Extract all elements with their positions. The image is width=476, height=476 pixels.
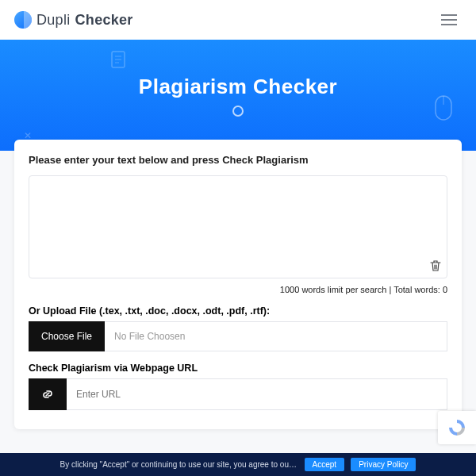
cookie-text: By clicking "Accept" or continuing to us… xyxy=(60,460,298,469)
upload-label: Or Upload File (.tex, .txt, .doc, .docx,… xyxy=(29,305,447,317)
hamburger-menu-icon[interactable] xyxy=(436,10,462,30)
main-card: Please enter your text below and press C… xyxy=(14,140,462,429)
url-label: Check Plagiarism via Webpage URL xyxy=(29,363,447,374)
choose-file-button[interactable]: Choose File xyxy=(29,321,105,351)
brand-text-2: Checker xyxy=(75,12,133,29)
logo[interactable]: Dupli Checker xyxy=(14,11,133,29)
textarea-wrapper xyxy=(29,175,447,282)
cookie-accept-button[interactable]: Accept xyxy=(305,458,345,471)
word-counter: 1000 words limit per search | Total word… xyxy=(29,285,447,294)
page-title: Plagiarism Checker xyxy=(139,75,337,99)
hero-banner: ✕ Plagiarism Checker xyxy=(0,40,476,151)
file-name-display: No File Choosen xyxy=(105,321,447,351)
privacy-policy-button[interactable]: Privacy Policy xyxy=(351,458,416,471)
header: Dupli Checker xyxy=(0,0,476,40)
logo-icon xyxy=(14,11,32,29)
recaptcha-icon xyxy=(447,417,467,438)
url-row xyxy=(29,378,447,410)
url-input[interactable] xyxy=(67,378,447,410)
ring-deco-icon xyxy=(232,106,244,117)
brand-text-1: Dupli xyxy=(36,12,71,29)
text-input[interactable] xyxy=(29,175,447,278)
file-upload-row: Choose File No File Choosen xyxy=(29,321,447,351)
document-deco-icon xyxy=(111,51,125,68)
clear-text-icon[interactable] xyxy=(430,259,441,275)
cookie-banner: By clicking "Accept" or continuing to us… xyxy=(0,453,476,476)
link-icon xyxy=(41,388,54,401)
url-icon-button[interactable] xyxy=(29,378,67,410)
recaptcha-badge[interactable] xyxy=(438,411,476,444)
mouse-deco-icon xyxy=(435,95,452,121)
prompt-text: Please enter your text below and press C… xyxy=(29,154,447,166)
